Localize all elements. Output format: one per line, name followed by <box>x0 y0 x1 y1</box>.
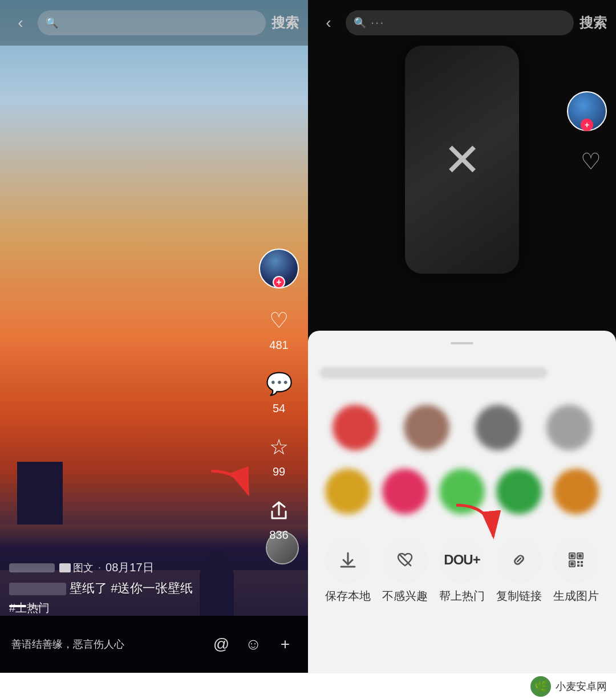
watermark-site: 小麦安卓网 <box>556 680 607 693</box>
color-dot-gray[interactable] <box>475 405 521 450</box>
post-content: 图文 · 08月17日 壁纸了 #送你一张壁纸 #上热门 <box>9 560 257 616</box>
star-icon: ☆ <box>263 431 295 463</box>
x-mark: ✕ <box>443 133 481 186</box>
img-text-badge: 图文 <box>59 561 94 575</box>
emoji-button[interactable]: ☺ <box>242 633 265 656</box>
search-placeholder-text: ··· <box>63 15 76 30</box>
save-local-button[interactable]: 保存本地 <box>319 537 376 604</box>
generate-image-label: 生成图片 <box>553 588 599 604</box>
share-icon <box>263 494 295 526</box>
heart-icon: ♡ <box>263 304 295 336</box>
color-dot-red[interactable] <box>333 405 378 450</box>
svg-rect-7 <box>570 562 574 566</box>
color-dot-orange[interactable] <box>553 469 599 514</box>
back-button[interactable]: ‹ <box>9 14 32 32</box>
share-sheet-header <box>308 350 616 396</box>
quote-text: 善语结善缘，恶言伤人心 <box>11 637 201 651</box>
logo-icon: 🌿 <box>534 680 548 693</box>
left-phone-panel: ‹ 🔍 ··· 搜索 + ♡ 481 💬 54 ☆ 99 <box>0 0 308 673</box>
red-arrow-right <box>445 499 502 547</box>
post-description: 壁纸了 #送你一张壁纸 <box>9 580 257 597</box>
hashtag-text[interactable]: #上热门 <box>9 600 257 616</box>
color-dot-lightgray[interactable] <box>546 405 592 450</box>
svg-rect-11 <box>581 564 583 567</box>
right-search-button[interactable]: 搜索 <box>579 14 607 32</box>
right-back-button[interactable]: ‹ <box>317 14 340 32</box>
copy-link-label: 复制链接 <box>496 588 542 604</box>
like-count: 481 <box>269 339 288 352</box>
author-name-blurred <box>9 563 55 572</box>
right-heart-icon[interactable]: ♡ <box>581 148 601 174</box>
action-sidebar: + ♡ 481 💬 54 ☆ 99 836 <box>259 249 299 542</box>
search-icon: 🔍 <box>46 17 58 29</box>
share-button[interactable]: 836 <box>263 494 295 542</box>
content-type: 图文 <box>73 561 94 575</box>
generate-image-button[interactable]: 生成图片 <box>548 537 605 604</box>
comment-button[interactable]: 💬 54 <box>263 368 295 415</box>
image-icon <box>59 563 71 572</box>
qr-icon <box>553 537 599 583</box>
svg-rect-5 <box>578 554 582 558</box>
color-dot-brown[interactable] <box>404 405 449 450</box>
right-nav-bar: ‹ 🔍 ··· 搜索 <box>308 0 616 46</box>
video-background: ✕ <box>308 0 616 353</box>
favorite-count: 99 <box>273 465 285 478</box>
svg-rect-8 <box>577 561 579 563</box>
like-button[interactable]: ♡ 481 <box>263 304 295 352</box>
right-phone-panel: ✕ ‹ 🔍 ··· 搜索 + ♡ <box>308 0 616 673</box>
description-text: 壁纸了 #送你一张壁纸 <box>70 581 193 595</box>
bottom-bar: 善语结善缘，恶言伤人心 @ ☺ + <box>0 616 308 673</box>
comment-count: 54 <box>273 402 285 415</box>
right-follow-button[interactable]: + <box>581 119 593 131</box>
search-bar[interactable]: 🔍 ··· <box>38 10 266 35</box>
color-dots-row-1 <box>308 396 616 460</box>
red-arrow-left <box>205 465 257 507</box>
not-interested-button[interactable]: 不感兴趣 <box>376 537 433 604</box>
right-search-placeholder: ··· <box>371 15 384 30</box>
comment-icon: 💬 <box>263 368 295 400</box>
blurred-title <box>319 367 548 379</box>
heart-slash-icon <box>382 537 428 583</box>
doup-text: DOU+ <box>444 552 480 568</box>
help-trending-label: 帮上热门 <box>439 588 485 604</box>
post-date: 08月17日 <box>106 560 154 575</box>
post-meta: 图文 · 08月17日 <box>9 560 257 575</box>
search-button[interactable]: 搜索 <box>271 14 299 32</box>
color-dot-green[interactable] <box>496 469 542 514</box>
phone-mockup: ✕ <box>405 46 519 274</box>
save-label: 保存本地 <box>325 588 371 604</box>
author-avatar[interactable]: + <box>259 249 299 288</box>
right-author-avatar[interactable]: + <box>567 91 607 131</box>
right-search-bar[interactable]: 🔍 ··· <box>346 10 574 35</box>
favorite-button[interactable]: ☆ 99 <box>263 431 295 478</box>
share-sheet: 保存本地 不感兴趣 DOU+ 帮上热门 <box>308 331 616 673</box>
add-button[interactable]: + <box>274 633 297 656</box>
color-dot-yellow[interactable] <box>325 469 371 514</box>
follow-button[interactable]: + <box>273 276 285 288</box>
download-icon <box>325 537 371 583</box>
svg-rect-9 <box>581 561 583 563</box>
description-blurred <box>9 583 66 595</box>
link-icon <box>496 537 542 583</box>
sheet-handle <box>451 342 473 344</box>
left-nav-bar: ‹ 🔍 ··· 搜索 <box>0 0 308 46</box>
color-dot-pink[interactable] <box>382 469 428 514</box>
at-button[interactable]: @ <box>210 633 233 656</box>
share-count: 836 <box>269 529 288 542</box>
svg-rect-3 <box>570 554 574 558</box>
svg-rect-10 <box>577 564 579 567</box>
right-search-icon: 🔍 <box>354 17 366 29</box>
watermark-logo: 🌿 <box>530 676 551 697</box>
not-interested-label: 不感兴趣 <box>382 588 428 604</box>
footer-watermark: 🌿 小麦安卓网 <box>0 673 616 699</box>
